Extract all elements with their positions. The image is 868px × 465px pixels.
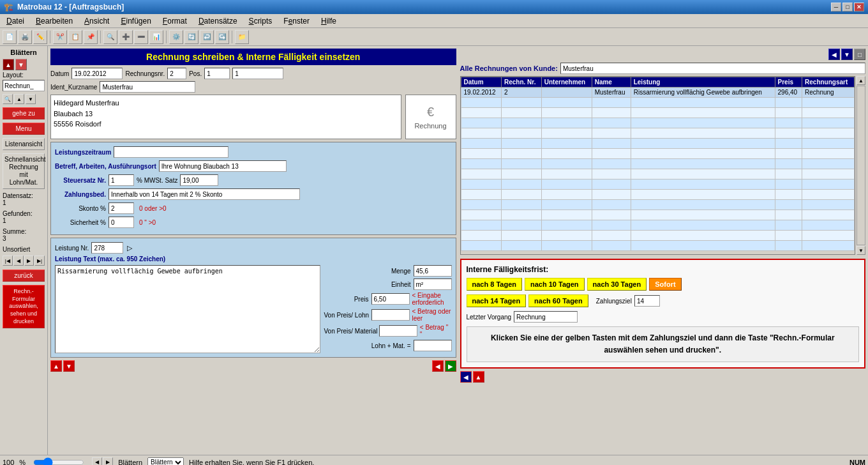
zahlbed-input[interactable] — [108, 188, 300, 200]
steuersatz-row: Steuersatz Nr. % MWSt. Satz — [55, 174, 452, 186]
toolbar-btn-4[interactable]: ✂️ — [53, 30, 67, 44]
table-row-empty — [461, 139, 855, 149]
bottom-nav-right[interactable]: ◀ — [432, 360, 444, 372]
menu-scripts[interactable]: Scripts — [244, 15, 278, 27]
leistung-text-area[interactable]: Rissarmierung vollflächig Gewebe aufbrin… — [55, 265, 320, 353]
letzter-vorgang-input[interactable] — [514, 311, 578, 323]
right-nav-gray[interactable]: □ — [854, 49, 865, 60]
btn-sofort[interactable]: Sofort — [649, 278, 681, 291]
small-nav-next[interactable]: ▶ — [24, 255, 34, 266]
toolbar-btn-8[interactable]: ➕ — [119, 30, 133, 44]
sidebar-icon-1[interactable]: 🔍 — [3, 94, 13, 104]
status-nav-right[interactable]: ▶ — [103, 457, 113, 466]
preis-input[interactable] — [371, 293, 410, 305]
scroll-up-btn[interactable]: ▲ — [857, 76, 865, 85]
toolbar-btn-9[interactable]: ➖ — [134, 30, 148, 44]
bottom-nav-up[interactable]: ▲ — [50, 360, 62, 372]
menu-fenster[interactable]: Fenster — [278, 15, 315, 27]
btn-60-days[interactable]: nach 60 Tagen — [528, 294, 588, 307]
btn-14-days[interactable]: nach 14 Tagen — [467, 294, 527, 307]
table-cell-empty — [631, 200, 775, 210]
status-nav-left[interactable]: ◀ — [92, 457, 102, 466]
betreff-input[interactable] — [159, 160, 287, 172]
bottom-nav-right2[interactable]: ▶ — [445, 360, 456, 372]
btn-10-days[interactable]: nach 10 Tagen — [525, 278, 585, 291]
menu-format[interactable]: Format — [158, 15, 192, 27]
right-bottom-left[interactable]: ◀ — [460, 371, 472, 383]
form-button[interactable]: Rechn.-Formular auswählen, sehen und dru… — [3, 285, 45, 328]
btn-8-days[interactable]: nach 8 Tagen — [467, 278, 522, 291]
sidebar-icon-3[interactable]: ▼ — [26, 94, 36, 104]
menu-button[interactable]: Menu — [3, 123, 45, 135]
table-cell-empty — [592, 190, 631, 200]
close-button[interactable]: ✕ — [854, 3, 864, 11]
quick-view-button[interactable]: Schnellansicht Rechnung mit Lohn/Mat. — [3, 153, 45, 189]
invoices-table-scroll[interactable]: Datum Rechn. Nr. Unternehmen Name Leistu… — [460, 76, 856, 255]
small-nav-first[interactable]: |◀ — [3, 255, 13, 266]
mwst-input[interactable] — [180, 174, 218, 186]
scroll-down-btn[interactable]: ▼ — [857, 246, 865, 255]
einheit-input[interactable] — [414, 278, 452, 290]
toolbar-btn-12[interactable]: 🔄 — [184, 30, 198, 44]
right-nav-right[interactable]: ▼ — [841, 49, 853, 60]
toolbar-btn-2[interactable]: 🖨️ — [18, 30, 32, 44]
zahlungsziel-input[interactable] — [634, 295, 660, 307]
form-section-1: Leistungszeitraum Betreff, Arbeiten, Aus… — [50, 142, 456, 235]
table-row[interactable]: 19.02.20122MusterfrauRissarmierung vollf… — [461, 88, 855, 98]
menu-ansicht[interactable]: Ansicht — [79, 15, 114, 27]
toolbar-btn-5[interactable]: 📋 — [68, 30, 82, 44]
layout-input[interactable] — [3, 80, 45, 91]
datum-input[interactable] — [71, 68, 123, 79]
toolbar-btn-10[interactable]: 📊 — [149, 30, 163, 44]
menu-datei[interactable]: Datei — [1, 15, 29, 27]
steuersatz-input[interactable] — [108, 174, 134, 186]
pos-field2[interactable] — [232, 68, 283, 79]
skonto-input[interactable] — [108, 202, 134, 214]
table-cell-empty — [501, 210, 541, 220]
ident-input[interactable] — [100, 81, 195, 93]
table-cell-empty — [461, 179, 501, 190]
maximize-button[interactable]: □ — [842, 3, 853, 11]
rechnungsnr-input[interactable] — [167, 68, 186, 79]
toolbar-btn-7[interactable]: 🔍 — [103, 30, 117, 44]
toolbar-btn-6[interactable]: 📌 — [84, 30, 98, 44]
menge-input[interactable] — [414, 265, 452, 277]
nav-down-btn[interactable]: ▼ — [15, 59, 27, 70]
table-cell-empty — [592, 231, 631, 241]
menu-datensaetze[interactable]: Datensätze — [193, 15, 243, 27]
back-button[interactable]: zurück — [3, 270, 45, 282]
table-scrollbar[interactable]: ▲ ▼ — [857, 76, 865, 255]
toolbar-btn-13[interactable]: ↩️ — [200, 30, 214, 44]
toolbar-btn-15[interactable]: 📁 — [235, 30, 249, 44]
minimize-button[interactable]: ─ — [831, 3, 841, 11]
goto-button[interactable]: gehe zu — [3, 107, 45, 119]
toolbar-btn-14[interactable]: ↪️ — [215, 30, 229, 44]
small-nav-last[interactable]: ▶| — [34, 255, 45, 266]
leistung-nr-input[interactable] — [91, 242, 123, 254]
pos-input[interactable] — [204, 68, 230, 79]
ci-customer-input[interactable] — [560, 63, 865, 74]
toolbar-btn-1[interactable]: 📄 — [3, 30, 17, 44]
small-nav-prev[interactable]: ◀ — [13, 255, 24, 266]
menu-bearbeiten[interactable]: Bearbeiten — [31, 15, 78, 27]
zoom-slider[interactable] — [33, 459, 84, 466]
bottom-nav-down[interactable]: ▼ — [63, 360, 75, 372]
list-view-button[interactable]: Listenansicht — [3, 138, 45, 150]
leistungszeitraum-label: Leistungszeitraum — [55, 149, 111, 156]
menu-einfuegen[interactable]: Einfügen — [116, 15, 156, 27]
leistungszeitraum-input[interactable] — [114, 146, 228, 158]
btn-30-days[interactable]: nach 30 Tagen — [587, 278, 647, 291]
right-bottom-up[interactable]: ▲ — [473, 371, 484, 383]
toolbar-btn-3[interactable]: ✏️ — [33, 30, 47, 44]
sidebar-icon-2[interactable]: ▲ — [14, 94, 24, 104]
menu-hilfe[interactable]: Hilfe — [316, 15, 341, 27]
lohn-mat-input[interactable] — [414, 340, 452, 351]
right-nav-left[interactable]: ◀ — [828, 49, 840, 60]
num-indicator: NUM — [849, 459, 865, 466]
von-preis-lohn-input[interactable] — [371, 309, 410, 321]
von-preis-material-input[interactable] — [379, 325, 417, 337]
nav-select[interactable]: Blättern — [147, 457, 184, 466]
nav-up-btn[interactable]: ▲ — [3, 59, 14, 70]
toolbar-btn-11[interactable]: ⚙️ — [169, 30, 183, 44]
sicherheit-input[interactable] — [108, 217, 134, 228]
